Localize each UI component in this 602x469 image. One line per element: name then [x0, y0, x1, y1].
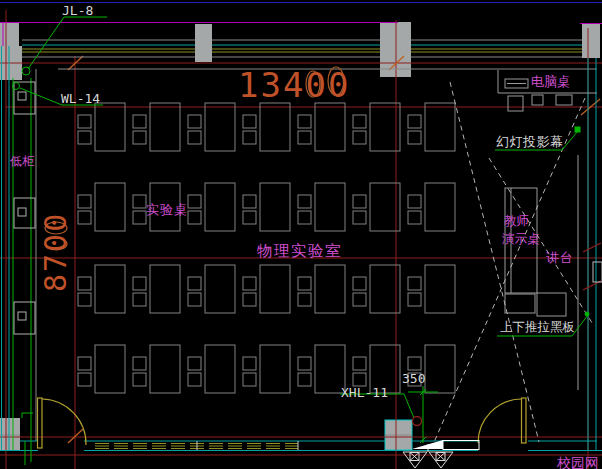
stool [353, 277, 366, 290]
floorplan-canvas: 13400 8700 350 JL-8 WL-14 XHL-11 幻灯投影幕 上… [0, 0, 602, 469]
text-labels: 13400 8700 350 JL-8 WL-14 XHL-11 幻灯投影幕 上… [10, 3, 599, 469]
riser-xhl11-label: XHL-11 [341, 385, 388, 400]
stool [133, 131, 146, 144]
stool [408, 211, 421, 224]
right-furniture [498, 70, 597, 390]
stool [188, 211, 201, 224]
lab-desk [260, 183, 290, 231]
floorplan-drawing: 13400 8700 350 JL-8 WL-14 XHL-11 幻灯投影幕 上… [0, 0, 602, 469]
stool [353, 195, 366, 208]
lab-desk [205, 345, 235, 393]
stool [298, 293, 311, 306]
stool [188, 373, 201, 386]
stool [243, 131, 256, 144]
stool [133, 211, 146, 224]
stool [78, 115, 91, 128]
lab-desk [315, 183, 345, 231]
low-cabinet-run [13, 78, 35, 465]
lab-desk [150, 103, 180, 151]
stool [408, 293, 421, 306]
stool [78, 131, 91, 144]
stool [78, 211, 91, 224]
lab-desk [95, 265, 125, 313]
stool [353, 293, 366, 306]
stool [243, 195, 256, 208]
column-top-2 [195, 24, 212, 62]
computer-desk-label: 电脑桌 [531, 74, 570, 89]
stool [298, 357, 311, 370]
teacher-desk-label-line2: 演示桌 [502, 231, 540, 246]
stool [78, 277, 91, 290]
stool [78, 357, 91, 370]
sink-units [14, 82, 35, 334]
lab-desk [150, 345, 180, 393]
stool [408, 131, 421, 144]
stool [78, 195, 91, 208]
dimension-depth-label: 8700 [38, 212, 73, 292]
stool [243, 115, 256, 128]
lab-desk [425, 345, 455, 393]
lab-desk [260, 265, 290, 313]
dimension-width-label: 13400 [238, 65, 350, 105]
teacher-desk-label-line1: 教师 [504, 213, 529, 228]
stool [133, 357, 146, 370]
computer-chair [508, 96, 523, 111]
low-cabinet-label: 低柜 [10, 154, 35, 168]
stool [188, 115, 201, 128]
column-top-right [582, 23, 600, 58]
door-left [38, 398, 87, 448]
pipe-riser-circle [413, 417, 422, 426]
right-wall [588, 58, 596, 451]
stool [408, 195, 421, 208]
stool [298, 115, 311, 128]
stool [188, 357, 201, 370]
stool [133, 195, 146, 208]
equipment-box-right [537, 293, 566, 316]
stool [298, 373, 311, 386]
stool [78, 293, 91, 306]
stool [353, 211, 366, 224]
stool [78, 373, 91, 386]
leader-jl8 [22, 17, 107, 75]
lab-desk [260, 103, 290, 151]
door-right [478, 398, 526, 443]
stool [133, 277, 146, 290]
lab-desk [95, 183, 125, 231]
section-symbols [403, 440, 479, 468]
room-name-label: 物理实验室 [257, 242, 342, 260]
riser-jl8-label: JL-8 [62, 3, 93, 18]
stool [188, 131, 201, 144]
stool [133, 293, 146, 306]
stool [243, 357, 256, 370]
stool [298, 131, 311, 144]
projection-screen-label: 幻灯投影幕 [496, 134, 564, 149]
wall-break-marks [583, 243, 602, 290]
stool [188, 277, 201, 290]
stool [133, 373, 146, 386]
stool [188, 293, 201, 306]
stool [408, 115, 421, 128]
lab-desk [315, 103, 345, 151]
lab-table-label: 实验桌 [146, 202, 188, 217]
dimension-350-label: 350 [402, 371, 425, 386]
stool [298, 277, 311, 290]
lab-desk [95, 345, 125, 393]
lab-desk [95, 103, 125, 151]
lab-desk [260, 345, 290, 393]
stool [298, 211, 311, 224]
podium-label: 讲台 [546, 250, 574, 265]
stool [243, 277, 256, 290]
stool [408, 357, 421, 370]
adjacent-room-partial-label: 校园网 [556, 455, 599, 469]
stool [408, 277, 421, 290]
stool [133, 115, 146, 128]
riser-wl14-label: WL-14 [61, 91, 100, 106]
bottom-wall [0, 441, 602, 451]
lab-desk [425, 265, 455, 313]
sliding-blackboard-label: 上下推拉黑板 [500, 319, 575, 334]
equipment-box-left [505, 294, 535, 313]
stool [353, 131, 366, 144]
lab-desk [425, 183, 455, 231]
stool [353, 357, 366, 370]
stool [188, 195, 201, 208]
